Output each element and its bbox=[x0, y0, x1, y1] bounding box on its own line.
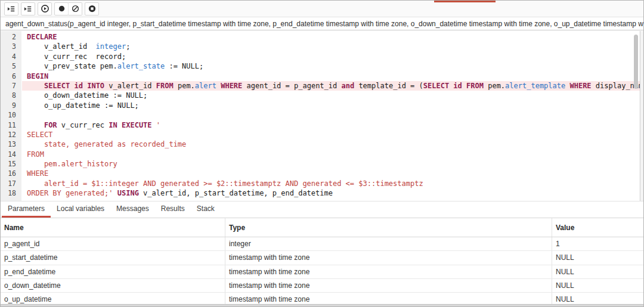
table-cell: o_up_datetime bbox=[1, 293, 225, 304]
table-row: p_end_datetimetimestamp with time zoneNU… bbox=[1, 265, 643, 279]
step-into-button[interactable] bbox=[4, 2, 18, 15]
vertical-scrollbar-thumb[interactable] bbox=[634, 35, 638, 89]
code-line[interactable]: o_up_datetime := NULL; bbox=[22, 101, 640, 110]
clear-breakpoints-icon bbox=[71, 4, 80, 13]
continue-icon bbox=[41, 4, 49, 13]
line-number[interactable]: 11 bbox=[1, 120, 21, 130]
table-cell: p_start_datetime bbox=[1, 251, 225, 264]
table-cell: NULL bbox=[552, 279, 643, 292]
table-cell: p_agent_id bbox=[1, 237, 225, 250]
table-cell: 1 bbox=[552, 237, 643, 250]
debugger-window: agent_down_status(p_agent_id integer, p_… bbox=[0, 0, 644, 307]
table-cell: p_end_datetime bbox=[1, 265, 225, 278]
table-cell: integer bbox=[225, 237, 552, 250]
continue-button[interactable] bbox=[38, 2, 52, 15]
table-row: p_agent_idinteger1 bbox=[1, 237, 643, 251]
code-line[interactable]: v_curr_rec record; bbox=[22, 52, 640, 61]
line-number[interactable]: 18 bbox=[1, 188, 21, 198]
editor-code[interactable]: DECLARE v_alert_id integer; v_curr_rec r… bbox=[22, 31, 640, 199]
code-line[interactable]: WHERE bbox=[22, 169, 640, 178]
column-header: Value bbox=[552, 218, 643, 237]
line-number[interactable]: 8 bbox=[1, 91, 21, 100]
line-number[interactable]: 10 bbox=[1, 110, 21, 120]
table-cell: timestamp with time zone bbox=[225, 265, 552, 278]
table-row: p_start_datetimetimestamp with time zone… bbox=[1, 251, 643, 265]
table-cell: NULL bbox=[552, 265, 643, 278]
breakpoint-icon bbox=[57, 4, 66, 13]
editor-right-margin bbox=[641, 31, 643, 201]
line-number[interactable]: 4 bbox=[1, 52, 21, 61]
code-line[interactable]: o_down_datetime := NULL; bbox=[22, 91, 640, 100]
stop-button[interactable] bbox=[85, 2, 99, 15]
table-header-row: NameTypeValue bbox=[1, 218, 643, 237]
line-number[interactable]: 3 bbox=[1, 42, 21, 51]
line-number[interactable]: 6 bbox=[1, 72, 21, 81]
code-line[interactable]: SELECT bbox=[22, 130, 640, 139]
toggle-breakpoint-button[interactable] bbox=[54, 2, 69, 15]
tab-local-variables[interactable]: Local variables bbox=[51, 201, 110, 218]
code-line[interactable]: state, generated as recorded_time bbox=[22, 139, 640, 149]
code-line[interactable]: alert_id = $1::integer AND generated >= … bbox=[22, 179, 640, 188]
line-number[interactable]: 13 bbox=[1, 139, 21, 149]
line-number[interactable]: 16 bbox=[1, 169, 21, 178]
table-cell: timestamp with time zone bbox=[225, 279, 552, 292]
code-line-current[interactable]: SELECT id INTO v_alert_id FROM pem.alert… bbox=[22, 81, 640, 91]
table-cell: NULL bbox=[552, 251, 643, 264]
line-number[interactable]: 17 bbox=[1, 179, 21, 188]
code-line[interactable]: v_prev_state pem.alert_state := NULL; bbox=[22, 61, 640, 71]
function-signature: agent_down_status(p_agent_id integer, p_… bbox=[1, 18, 643, 30]
tab-stack[interactable]: Stack bbox=[191, 201, 221, 218]
code-line[interactable]: ORDER BY generated;' USING v_alert_id, p… bbox=[22, 188, 640, 198]
code-line[interactable]: v_alert_id integer; bbox=[22, 42, 640, 51]
step-over-button[interactable] bbox=[21, 2, 35, 15]
line-number[interactable]: 7 bbox=[1, 81, 21, 91]
code-line[interactable]: FOR v_curr_rec IN EXECUTE ' bbox=[22, 120, 640, 130]
tab-parameters[interactable]: Parameters bbox=[2, 201, 51, 218]
table-cell: o_down_datetime bbox=[1, 279, 225, 292]
tab-messages[interactable]: Messages bbox=[110, 201, 155, 218]
line-number[interactable]: 9 bbox=[1, 101, 21, 110]
stop-icon bbox=[88, 4, 97, 13]
line-number[interactable]: 2 bbox=[1, 32, 21, 42]
step-over-icon bbox=[24, 5, 32, 13]
step-into-icon bbox=[7, 5, 16, 13]
code-editor[interactable]: 23456789101112131415161718 DECLARE v_ale… bbox=[1, 31, 640, 201]
column-header: Type bbox=[225, 218, 552, 237]
tab-results[interactable]: Results bbox=[155, 201, 191, 218]
table-cell: timestamp with time zone bbox=[225, 293, 552, 304]
line-number[interactable]: 12 bbox=[1, 130, 21, 139]
debugger-tabbar: ParametersLocal variablesMessagesResults… bbox=[1, 201, 643, 218]
line-number[interactable]: 14 bbox=[1, 150, 21, 159]
bottom-border-strip bbox=[1, 304, 643, 306]
table-row: o_up_datetimetimestamp with time zoneNUL… bbox=[1, 293, 643, 304]
code-line[interactable] bbox=[22, 110, 640, 120]
code-line[interactable]: DECLARE bbox=[22, 32, 640, 42]
code-line[interactable]: pem.alert_history bbox=[22, 159, 640, 169]
line-number[interactable]: 5 bbox=[1, 61, 21, 71]
active-tab-accent-bar bbox=[434, 1, 496, 2]
editor-gutter[interactable]: 23456789101112131415161718 bbox=[1, 31, 21, 201]
table-row: o_down_datetimetimestamp with time zoneN… bbox=[1, 279, 643, 293]
code-line[interactable]: FROM bbox=[22, 150, 640, 159]
table-cell: NULL bbox=[552, 293, 643, 304]
parameters-table: NameTypeValuep_agent_idinteger1p_start_d… bbox=[1, 218, 643, 304]
table-cell: timestamp with time zone bbox=[225, 251, 552, 264]
debug-toolbar bbox=[1, 1, 643, 17]
code-line[interactable]: BEGIN bbox=[22, 72, 640, 81]
clear-breakpoints-button[interactable] bbox=[68, 2, 82, 15]
line-number[interactable]: 15 bbox=[1, 159, 21, 169]
column-header: Name bbox=[1, 218, 225, 237]
